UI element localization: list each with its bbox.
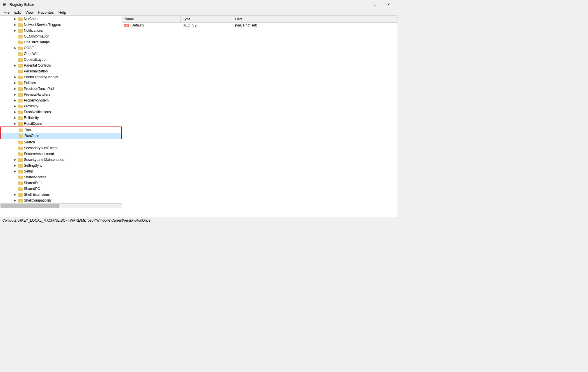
expand-icon[interactable]: ▶ (13, 157, 17, 162)
tree-item-sharedaccess[interactable]: ▶ SharedAccess (0, 174, 122, 180)
app-icon: 🖥 (2, 2, 8, 7)
window-controls: — □ ✕ (355, 0, 395, 9)
svg-rect-13 (18, 52, 20, 53)
svg-rect-51 (18, 164, 20, 165)
tree-item-secureassessment[interactable]: ▶ SecureAssessment (0, 151, 122, 157)
tree-item-netcache[interactable]: ▶ NetCache (0, 16, 122, 22)
menu-bar: File Edit View Favorites Help (0, 9, 397, 16)
folder-icon (18, 157, 23, 162)
menu-file[interactable]: File (1, 9, 12, 16)
tree-label: PropertySystem (24, 98, 49, 102)
tree-item-oobe[interactable]: ▶ OOBE (0, 45, 122, 51)
tree-item-proximity[interactable]: ▶ Proximity (0, 103, 122, 109)
expand-icon[interactable]: ▶ (13, 17, 17, 21)
maximize-button[interactable]: □ (368, 0, 382, 9)
close-button[interactable]: ✕ (382, 0, 395, 9)
tree-item-propertysystem[interactable]: ▶ PropertySystem (0, 97, 122, 103)
folder-icon (18, 163, 23, 168)
tree-item-run[interactable]: ▶ Run (1, 127, 121, 133)
folder-icon (18, 46, 23, 50)
tree-item-precisiontouchpad[interactable]: ▶ PrecisionTouchPad (0, 86, 122, 92)
tree-item-shellcompatibility[interactable]: ▶ ShellCompatibility (0, 197, 122, 203)
tree-item-onedriveramps[interactable]: ▶ OneDriveRamps (0, 39, 122, 45)
tree-scroll[interactable]: ▶ NetCache▶ NetworkServiceTriggers▶ Noti… (0, 16, 122, 217)
tree-item-shell-extensions[interactable]: ▶ Shell Extensions (0, 192, 122, 197)
cell-type: REG_SZ (180, 23, 233, 28)
tree-item-openwith[interactable]: ▶ OpenWith (0, 51, 122, 57)
folder-icon (18, 17, 23, 21)
menu-view[interactable]: View (23, 9, 36, 16)
tree-item-oeminformation[interactable]: ▶ OEMInformation (0, 33, 122, 39)
expand-icon[interactable]: ▶ (13, 81, 17, 85)
expand-icon[interactable]: ▶ (13, 192, 17, 197)
tree-label: SharedAccess (24, 175, 46, 179)
svg-rect-29 (18, 99, 20, 100)
expand-icon[interactable]: ▶ (13, 198, 17, 203)
expand-icon[interactable]: ▶ (13, 86, 17, 91)
registry-table: Name Type Data ab(Default)REG_SZ(value n… (122, 16, 397, 28)
col-name[interactable]: Name (122, 16, 180, 23)
svg-rect-39 (19, 129, 21, 129)
col-type[interactable]: Type (180, 16, 233, 23)
tree-item-parental-controls[interactable]: ▶ Parental Controls (0, 63, 122, 68)
table-row[interactable]: ab(Default)REG_SZ(value not set) (122, 23, 397, 28)
expand-icon[interactable]: ▶ (13, 75, 17, 79)
tree-item-shareddlls[interactable]: ▶ SharedDLLs (0, 180, 122, 186)
reg-type-icon: ab (125, 24, 129, 27)
run-runonce-group: ▶ Run▶ RunOnce (0, 127, 122, 139)
tree-item-retaildemo[interactable]: ▶ RetailDemo (0, 121, 122, 127)
tree-item-secondaryauthfactor[interactable]: ▶ SecondaryAuthFactor (0, 145, 122, 151)
tree-label: NetworkServiceTriggers (24, 23, 61, 27)
tree-label: PhotoPropertyHandler (24, 75, 58, 79)
expand-icon[interactable]: ▶ (13, 104, 17, 108)
tree-label: Shell Extensions (24, 193, 50, 197)
svg-rect-47 (18, 152, 20, 153)
tree-item-photopropertyhandler[interactable]: ▶ PhotoPropertyHandler (0, 74, 122, 80)
tree-label: SharedPC (24, 187, 40, 191)
expand-icon[interactable]: ▶ (13, 110, 17, 114)
tree-item-setup[interactable]: ▶ Setup (0, 168, 122, 174)
tree-item-search[interactable]: ▶ Search (0, 139, 122, 145)
expand-icon[interactable]: ▶ (13, 163, 17, 168)
tree-item-security-maintenance[interactable]: ▶ Security and Maintenance (0, 157, 122, 163)
folder-icon (18, 192, 23, 197)
expand-icon[interactable]: ▶ (13, 115, 17, 120)
svg-rect-43 (18, 141, 20, 142)
tree-item-runonce[interactable]: ▶ RunOnce (1, 133, 121, 139)
tree-item-settingsync[interactable]: ▶ SettingSync (0, 163, 122, 168)
folder-icon (18, 57, 23, 62)
tree-item-policies[interactable]: ▶ Policies (0, 80, 122, 86)
expand-icon[interactable]: ▶ (13, 121, 17, 126)
tree-label: Security and Maintenance (24, 158, 64, 162)
menu-help[interactable]: Help (56, 9, 69, 16)
folder-icon (18, 181, 23, 185)
expand-icon[interactable]: ▶ (13, 63, 17, 68)
h-scrollbar[interactable] (0, 203, 122, 208)
tree-item-pushnotifications[interactable]: ▶ PushNotifications (0, 109, 122, 115)
folder-icon (18, 75, 23, 79)
col-data[interactable]: Data (233, 16, 397, 23)
tree-label: SettingSync (24, 163, 42, 168)
tree-item-networkservicetriggers[interactable]: ▶ NetworkServiceTriggers (0, 22, 122, 28)
folder-icon (18, 104, 23, 108)
tree-item-notifications[interactable]: ▶ Notifications (0, 28, 122, 33)
h-scrollbar-thumb[interactable] (1, 204, 59, 208)
expand-icon[interactable]: ▶ (13, 22, 17, 27)
expand-icon[interactable]: ▶ (13, 28, 17, 33)
svg-rect-57 (18, 181, 20, 182)
expand-icon[interactable]: ▶ (13, 98, 17, 103)
svg-rect-27 (18, 93, 20, 94)
menu-favorites[interactable]: Favorites (36, 9, 56, 16)
minimize-button[interactable]: — (355, 0, 368, 9)
menu-edit[interactable]: Edit (12, 9, 23, 16)
tree-item-personalization[interactable]: ▶ Personalization (0, 68, 122, 74)
window-title: Registry Editor (9, 2, 355, 7)
folder-icon (19, 128, 23, 132)
expand-icon[interactable]: ▶ (13, 46, 17, 50)
expand-icon[interactable]: ▶ (13, 92, 17, 97)
tree-item-reliability[interactable]: ▶ Reliability (0, 115, 122, 121)
tree-item-previewhandlers[interactable]: ▶ PreviewHandlers (0, 92, 122, 97)
tree-item-sharedpc[interactable]: ▶ SharedPC (0, 186, 122, 192)
tree-item-optimallayout[interactable]: ▶ OptimalLayout (0, 57, 122, 63)
expand-icon[interactable]: ▶ (13, 169, 17, 174)
